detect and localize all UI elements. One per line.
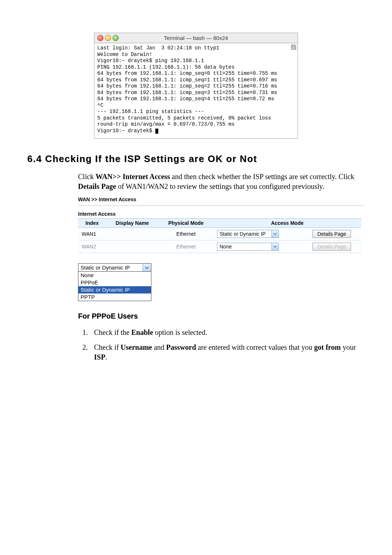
access-mode-dropdown-expanded: Static or Dynamic IP None PPPoE Static o… (78, 263, 151, 301)
chevron-down-icon (271, 230, 278, 238)
dropdown-option-pppoe[interactable]: PPPoE (78, 279, 151, 286)
text: Check if (94, 343, 121, 351)
col-display-name: Display Name (106, 219, 158, 228)
breadcrumb: WAN >> Internet Access (78, 197, 365, 202)
scroll-corner-icon (291, 45, 296, 50)
col-physical-mode: Physical Mode (159, 219, 213, 228)
divider (78, 205, 365, 206)
cell-display-name (106, 240, 158, 253)
text: are entered with correct values that you (196, 343, 314, 351)
text: option is selected. (153, 328, 207, 336)
text: Check if the (94, 328, 131, 336)
text-bold: Username (121, 343, 152, 351)
terminal-title: Terminal — bash — 80x24 (94, 35, 298, 41)
details-page-button[interactable]: Details Page (313, 230, 351, 238)
text: of WAN1/WAN2 to review the settings that… (116, 182, 324, 190)
select-value: None (220, 244, 232, 250)
dropdown-selected-row[interactable]: Static or Dynamic IP (78, 264, 151, 272)
steps-list: Check if the Enable option is selected. … (78, 328, 365, 362)
cell-display-name (106, 228, 158, 240)
cell-index: WAN1 (78, 228, 106, 240)
terminal-body: Last login: Sat Jan 3 02:24:18 on ttyp1 … (94, 43, 298, 138)
cell-physical-mode: Ethernet (159, 240, 213, 253)
dropdown-option-static-dynamic[interactable]: Static or Dynamic IP (78, 286, 151, 293)
select-value: Static or Dynamic IP (220, 231, 266, 237)
text-bold: WAN>> Internet Access (95, 173, 170, 181)
details-page-button-disabled: Details Page (313, 243, 351, 251)
dropdown-selected-value: Static or Dynamic IP (78, 264, 143, 271)
internet-access-table: Index Display Name Physical Mode Access … (78, 218, 361, 253)
cell-index: WAN2 (78, 240, 106, 253)
terminal-titlebar: Terminal — bash — 80x24 (94, 33, 298, 43)
text-bold: Enable (131, 328, 153, 336)
intro-paragraph: Click WAN>> Internet Access and then che… (78, 172, 365, 191)
dropdown-options: None PPPoE Static or Dynamic IP PPTP (78, 272, 151, 301)
sub-section-heading: For PPPoE Users (78, 312, 365, 320)
terminal-window: Terminal — bash — 80x24 Last login: Sat … (94, 33, 298, 139)
table-header-row: Index Display Name Physical Mode Access … (78, 219, 361, 228)
text: . (105, 353, 107, 361)
text-bold: ISP (94, 353, 105, 361)
chevron-down-icon (271, 243, 278, 250)
text: and (152, 343, 166, 351)
terminal-cursor (155, 129, 158, 134)
text: your (341, 343, 356, 351)
list-item: Check if the Enable option is selected. (90, 328, 365, 337)
section-heading: 6.4 Checking If the ISP Settings are OK … (27, 153, 365, 165)
dropdown-option-pptp[interactable]: PPTP (78, 293, 151, 301)
cell-physical-mode: Ethernet (159, 228, 213, 240)
text-bold: Password (166, 343, 196, 351)
panel-title: Internet Access (78, 211, 365, 217)
text-bold: got from (314, 343, 341, 351)
access-mode-select-wan2[interactable]: None (217, 243, 279, 251)
table-row: WAN2 Ethernet None Details Page (78, 240, 361, 253)
table-row: WAN1 Ethernet Static or Dynamic IP Detai… (78, 228, 361, 240)
text: Click (78, 173, 95, 181)
col-index: Index (78, 219, 106, 228)
col-access-mode: Access Mode (213, 219, 361, 228)
access-mode-select-wan1[interactable]: Static or Dynamic IP (217, 230, 279, 238)
text-bold: Details Page (78, 182, 116, 190)
text: and then check whether the ISP settings … (170, 173, 354, 181)
dropdown-option-none[interactable]: None (78, 272, 151, 279)
chevron-down-icon (143, 264, 151, 271)
list-item: Check if Username and Password are enter… (90, 343, 365, 362)
